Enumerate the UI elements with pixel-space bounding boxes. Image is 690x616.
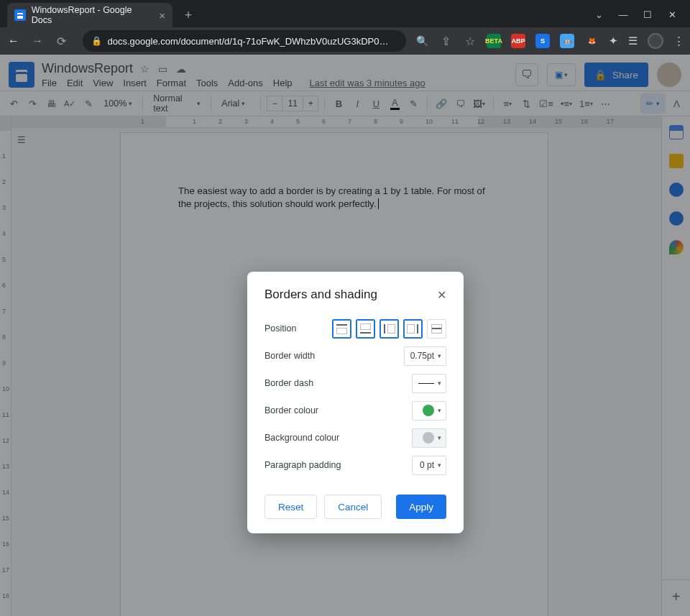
border-width-label: Border width [264,351,315,361]
tab-title: WindowsReport - Google Docs [32,5,153,25]
extensions-puzzle-icon[interactable]: ✦ [609,35,618,47]
bookmark-star-icon[interactable]: ☆ [463,35,479,48]
position-between-button[interactable] [427,319,446,339]
border-colour-dropdown[interactable]: ▾ [412,401,446,420]
background-colour-label: Background colour [264,433,339,443]
tab-close-icon[interactable]: × [159,10,165,21]
profile-avatar[interactable] [648,33,663,49]
position-label: Position [264,323,296,334]
position-buttons [332,319,446,339]
forward-button[interactable]: → [30,35,46,47]
window-controls: ⌄ — ☐ ✕ [594,9,686,27]
dialog-close-button[interactable]: ✕ [437,288,446,302]
ext-robot[interactable]: 🤖 [560,34,574,48]
ext-abp[interactable]: ABP [511,34,525,48]
position-left-button[interactable] [380,319,399,339]
browser-tab[interactable]: WindowsReport - Google Docs × [7,3,172,27]
url-text: docs.google.com/document/d/1q-71oFwK_DWh… [108,36,389,47]
cancel-button[interactable]: Cancel [324,495,382,519]
back-button[interactable]: ← [6,35,22,47]
new-tab-button[interactable]: + [178,5,198,25]
borders-shading-dialog: Borders and shading ✕ Position Border wi… [247,272,464,533]
paragraph-padding-label: Paragraph padding [264,460,341,470]
caret-down-icon[interactable]: ⌄ [594,9,604,20]
ext-s[interactable]: S [535,34,550,48]
background-colour-swatch [423,432,434,443]
position-top-button[interactable] [332,319,351,339]
ext-beta[interactable]: BETA [487,34,501,48]
search-icon[interactable]: 🔍 [415,35,431,47]
border-width-value: 0.75pt [410,351,434,361]
extensions-tray: BETA ABP S 🤖 🦊 ✦ ☰ ⋮ [487,33,684,49]
browser-chrome: WindowsReport - Google Docs × + ⌄ — ☐ ✕ … [0,0,690,55]
kebab-menu-icon[interactable]: ⋮ [673,35,684,47]
minimize-button[interactable]: — [618,9,628,20]
reload-button[interactable]: ⟳ [54,35,70,48]
paragraph-padding-dropdown[interactable]: 0 pt ▾ [412,456,446,475]
titlebar: WindowsReport - Google Docs × + ⌄ — ☐ ✕ [0,0,690,27]
border-dash-dropdown[interactable]: ▾ [412,374,446,393]
border-colour-label: Border colour [264,405,318,415]
ext-metamask[interactable]: 🦊 [584,34,599,48]
dialog-title: Borders and shading [264,288,377,302]
address-bar: ← → ⟳ 🔒 docs.google.com/document/d/1q-71… [0,27,690,55]
border-width-dropdown[interactable]: 0.75pt ▾ [404,346,446,366]
dash-solid-icon [418,383,434,384]
border-colour-swatch [423,405,434,416]
resize-handle-icon[interactable]: ↔ [681,262,690,272]
reset-button[interactable]: Reset [264,495,317,519]
lock-icon: 🔒 [91,36,102,46]
background-colour-dropdown[interactable]: ▾ [412,428,446,448]
reading-list-icon[interactable]: ☰ [628,35,638,47]
omnibox[interactable]: 🔒 docs.google.com/document/d/1q-71oFwK_D… [83,30,406,52]
position-right-button[interactable] [403,319,423,339]
paragraph-padding-value: 0 pt [420,460,434,470]
close-window-button[interactable]: ✕ [667,9,677,20]
position-bottom-button[interactable] [356,319,375,339]
maximize-button[interactable]: ☐ [643,9,653,20]
share-url-icon[interactable]: ⇪ [438,35,454,48]
apply-button[interactable]: Apply [396,495,446,519]
border-dash-label: Border dash [264,378,313,388]
docs-favicon [14,9,26,21]
